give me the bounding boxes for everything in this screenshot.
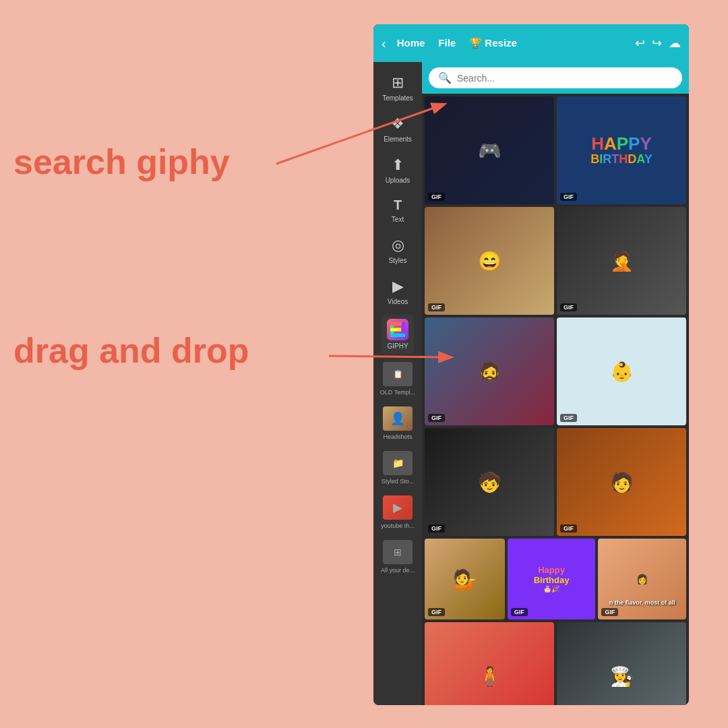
gif-content: 💁 (425, 539, 505, 619)
gif-cell[interactable]: 😄 GIF (425, 207, 554, 315)
gif-badge: GIF (428, 303, 445, 311)
sidebar-folder-youtube[interactable]: ▶ youtube th... (373, 490, 422, 535)
search-icon: 🔍 (438, 71, 452, 84)
gif-content: 🧒 (425, 428, 554, 536)
gif-badge: GIF (560, 193, 577, 201)
sidebar-item-giphy[interactable]: GIPHY (382, 315, 414, 354)
styled-stories-label: Styled Sto... (382, 478, 415, 485)
gif-cell[interactable]: 🧍 GIF (425, 622, 554, 705)
gif-cell[interactable]: Happy Birthday 🎂🎉 GIF (508, 539, 596, 619)
annotation-search-giphy: search giphy (13, 142, 230, 182)
styled-stories-thumb: 📁 (383, 451, 413, 475)
styles-label: Styles (388, 257, 406, 264)
gif-content: 🤦 (557, 207, 686, 315)
gif-row: 🧍 GIF 👩‍🍳 hey, I grow up in the South GI… (425, 622, 686, 705)
cloud-button[interactable]: ☁ (669, 36, 681, 51)
elements-icon: ❖ (391, 115, 404, 133)
sidebar-folder-styled-stories[interactable]: 📁 Styled Sto... (373, 446, 422, 490)
gif-cell[interactable]: 🧑 GIF (557, 428, 686, 536)
gif-cell[interactable]: 🧔 GIF (425, 317, 554, 425)
sidebar-item-elements[interactable]: ❖ Elements (373, 109, 422, 150)
gif-content: Happy Birthday 🎂🎉 (508, 539, 596, 619)
text-overlay: n the flavor, most of all (598, 599, 686, 606)
sidebar-item-uploads[interactable]: ⬆ Uploads (373, 150, 422, 191)
app-window: ‹ Home File 🏆 Resize ↩ ↪ ☁ ⊞ Templates ❖… (373, 24, 689, 705)
sidebar-item-videos[interactable]: ▶ Videos (373, 271, 422, 312)
gif-row: 💁 GIF Happy Birthday 🎂🎉 GIF 👩 n the (425, 539, 686, 619)
search-bar: 🔍 (422, 62, 689, 94)
sidebar-folder-headshots[interactable]: 👤 Headshots (373, 401, 422, 446)
all-designs-label: All your de... (381, 567, 415, 574)
gif-badge: GIF (428, 193, 445, 201)
headshots-label: Headshots (383, 433, 412, 440)
gif-cell[interactable]: 👩 n the flavor, most of all GIF (598, 539, 686, 619)
top-bar-actions: ↩ ↪ ☁ (635, 36, 681, 51)
gif-cell[interactable]: HAPPY BIRTHDAY GIF (557, 96, 686, 204)
gif-row: 😄 GIF 🤦 GIF (425, 207, 686, 315)
styles-icon: ◎ (392, 237, 404, 254)
text-label: Text (392, 216, 404, 223)
nav-file[interactable]: File (438, 37, 456, 49)
uploads-label: Uploads (386, 177, 411, 184)
sidebar-folder-old-templates[interactable]: 📋 OLD Templ... (373, 357, 422, 401)
undo-button[interactable]: ↩ (635, 36, 645, 51)
templates-icon: ⊞ (392, 74, 404, 92)
nav-resize[interactable]: 🏆 Resize (469, 37, 517, 49)
sidebar-folder-all-designs[interactable]: ⊞ All your de... (373, 535, 422, 579)
videos-label: Videos (388, 298, 408, 305)
gif-row: 🎮 GIF HAPPY BIRTHDAY GIF (425, 96, 686, 204)
giphy-label: GIPHY (387, 342, 408, 350)
headshots-thumb: 👤 (383, 406, 413, 431)
text-icon: T (394, 198, 402, 213)
videos-icon: ▶ (392, 278, 404, 295)
gif-badge: GIF (428, 608, 445, 616)
uploads-icon: ⬆ (392, 156, 404, 174)
gif-content: 👩 (598, 539, 686, 619)
giphy-icon (387, 319, 408, 340)
youtube-thumb: ▶ (383, 495, 413, 520)
gif-content: 👶 (557, 317, 686, 425)
old-templates-thumb: 📋 (383, 362, 413, 386)
gif-badge: GIF (560, 524, 577, 533)
redo-button[interactable]: ↪ (652, 36, 662, 51)
gif-badge: GIF (601, 608, 618, 616)
gif-content: 👩‍🍳 (557, 622, 686, 705)
content-panel: 🔍 🎮 GIF HAPPY (422, 62, 689, 705)
gif-content: 🧔 (425, 317, 554, 425)
gif-badge: GIF (428, 524, 445, 533)
gif-cell[interactable]: 💁 GIF (425, 539, 505, 619)
sidebar-item-styles[interactable]: ◎ Styles (373, 230, 422, 271)
templates-label: Templates (382, 94, 413, 102)
search-input[interactable] (457, 73, 673, 84)
svg-rect-4 (390, 334, 405, 337)
gif-content: 🎮 (425, 96, 554, 204)
search-input-wrap: 🔍 (429, 67, 682, 88)
nav-home[interactable]: Home (397, 37, 425, 49)
svg-rect-2 (390, 328, 401, 332)
gif-cell[interactable]: 👩‍🍳 hey, I grow up in the South GIF (557, 622, 686, 705)
gif-content: 🧍 (425, 622, 554, 705)
sidebar: ⊞ Templates ❖ Elements ⬆ Uploads T Text … (373, 62, 422, 705)
old-templates-label: OLD Templ... (380, 389, 415, 396)
gif-badge: GIF (428, 414, 445, 422)
gif-cell[interactable]: 👶 GIF (557, 317, 686, 425)
gif-row: 🧒 GIF 🧑 GIF (425, 428, 686, 536)
elements-label: Elements (384, 135, 412, 143)
top-bar: ‹ Home File 🏆 Resize ↩ ↪ ☁ (373, 24, 689, 62)
gif-content: 😄 (425, 207, 554, 315)
youtube-label: youtube th... (381, 522, 415, 529)
gif-cell[interactable]: 🎮 GIF (425, 96, 554, 204)
gif-content: HAPPY BIRTHDAY (557, 96, 686, 204)
gif-row: 🧔 GIF 👶 GIF (425, 317, 686, 425)
all-designs-thumb: ⊞ (383, 540, 413, 564)
gif-badge: GIF (560, 303, 577, 311)
main-content: ⊞ Templates ❖ Elements ⬆ Uploads T Text … (373, 62, 689, 705)
gif-cell[interactable]: 🤦 GIF (557, 207, 686, 315)
sidebar-item-templates[interactable]: ⊞ Templates (373, 67, 422, 109)
gif-badge: GIF (560, 414, 577, 422)
sidebar-item-text[interactable]: T Text (373, 191, 422, 230)
gif-grid: 🎮 GIF HAPPY BIRTHDAY GIF (422, 94, 689, 705)
gif-cell[interactable]: 🧒 GIF (425, 428, 554, 536)
top-nav: Home File 🏆 Resize (397, 37, 624, 49)
back-button[interactable]: ‹ (382, 36, 386, 51)
